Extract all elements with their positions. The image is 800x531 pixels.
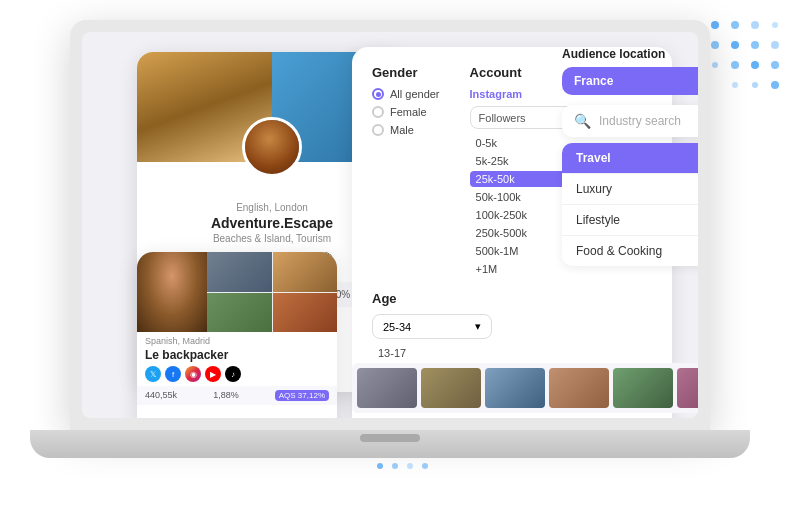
audience-location-value: France: [574, 74, 613, 88]
card2-tiktok-icon[interactable]: ♪: [225, 366, 241, 382]
right-panel: Audience location France ▾ 🔍 Industry se…: [562, 47, 698, 377]
gender-all-option[interactable]: All gender: [372, 88, 440, 100]
age-chevron: ▾: [475, 320, 481, 333]
gender-section: Gender All gender Female: [372, 65, 440, 277]
card2-photo-4: [273, 293, 338, 333]
card2-facebook-icon[interactable]: f: [165, 366, 181, 382]
profile-card-backpacker[interactable]: Spanish, Madrid Le backpacker 𝕏 f ◉ ▶ ♪ …: [137, 252, 337, 418]
industry-search-placeholder: Industry search: [599, 114, 681, 128]
card2-aq-badge: AQS 37,12%: [275, 390, 329, 401]
laptop-base: [30, 430, 750, 458]
age-45-54[interactable]: 45-54: [372, 417, 652, 418]
gender-female-option[interactable]: Female: [372, 106, 440, 118]
age-dropdown[interactable]: 25-34 ▾: [372, 314, 492, 339]
strip-thumb-3: [485, 368, 545, 408]
card2-twitter-icon[interactable]: 𝕏: [145, 366, 161, 382]
card2-followers: 440,55k: [145, 390, 177, 401]
card2-socials: 𝕏 f ◉ ▶ ♪: [137, 362, 337, 386]
card2-photo-2: [273, 252, 338, 292]
laptop-screen: English, London Adventure.Escape Beaches…: [82, 32, 698, 418]
industry-lifestyle[interactable]: Lifestyle: [562, 205, 698, 236]
industry-food-cooking[interactable]: Food & Cooking: [562, 236, 698, 266]
strip-thumb-6: [677, 368, 698, 408]
strip-thumb-1: [357, 368, 417, 408]
card2-photo-3: [207, 293, 272, 333]
audience-location-title: Audience location: [562, 47, 698, 61]
svg-point-2: [751, 21, 759, 29]
laptop: English, London Adventure.Escape Beaches…: [30, 20, 750, 500]
industry-list: Travel Luxury Lifestyle Food & Cooking: [562, 143, 698, 266]
industry-travel[interactable]: Travel: [562, 143, 698, 174]
industry-luxury[interactable]: Luxury: [562, 174, 698, 205]
gender-options: All gender Female Male: [372, 88, 440, 136]
gender-male-label: Male: [390, 124, 414, 136]
bottom-thumbnail-strip: [352, 363, 698, 413]
card2-top: [137, 252, 337, 332]
age-dropdown-value: 25-34: [383, 321, 411, 333]
svg-point-14: [771, 81, 779, 89]
audience-location-dropdown[interactable]: France ▾: [562, 67, 698, 95]
gender-all-label: All gender: [390, 88, 440, 100]
audience-location-section: Audience location France ▾: [562, 47, 698, 95]
card2-youtube-icon[interactable]: ▶: [205, 366, 221, 382]
svg-point-3: [772, 22, 778, 28]
gender-title: Gender: [372, 65, 440, 80]
strip-thumb-5: [613, 368, 673, 408]
laptop-bezel: English, London Adventure.Escape Beaches…: [70, 20, 710, 430]
card2-engagement: 1,88%: [213, 390, 239, 401]
search-icon: 🔍: [574, 113, 591, 129]
card2-instagram-icon[interactable]: ◉: [185, 366, 201, 382]
gender-all-radio[interactable]: [372, 88, 384, 100]
svg-point-7: [771, 41, 779, 49]
svg-point-6: [751, 41, 759, 49]
svg-point-10: [751, 61, 759, 69]
strip-thumb-4: [549, 368, 609, 408]
card2-stats: 440,55k 1,88% AQS 37,12%: [137, 386, 337, 405]
card2-avatar: [137, 252, 207, 332]
gender-female-label: Female: [390, 106, 427, 118]
card2-photo-1: [207, 252, 272, 292]
gender-male-radio[interactable]: [372, 124, 384, 136]
gender-male-option[interactable]: Male: [372, 124, 440, 136]
main-scene: English, London Adventure.Escape Beaches…: [0, 0, 800, 531]
gender-female-radio[interactable]: [372, 106, 384, 118]
svg-point-13: [752, 82, 758, 88]
card2-photo-grid: [207, 252, 337, 332]
followers-dropdown-label: Followers: [479, 112, 526, 124]
card1-avatar: [242, 117, 302, 177]
industry-search-box[interactable]: 🔍 Industry search: [562, 105, 698, 137]
card2-name: Le backpacker: [137, 348, 337, 362]
strip-thumb-2: [421, 368, 481, 408]
card2-location: Spanish, Madrid: [137, 332, 337, 348]
svg-point-11: [771, 61, 779, 69]
